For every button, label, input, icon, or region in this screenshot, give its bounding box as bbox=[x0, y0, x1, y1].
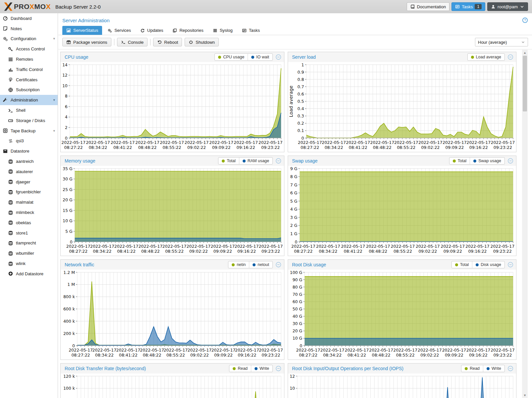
legend-item-cpu-usage[interactable]: CPU usage bbox=[215, 54, 248, 60]
tab-serverstatus[interactable]: ServerStatus bbox=[62, 26, 102, 35]
svg-text:20 G: 20 G bbox=[292, 328, 302, 333]
svg-text:08:41:22: 08:41:22 bbox=[113, 145, 132, 150]
scroll-up-arrow[interactable]: ▲ bbox=[522, 50, 528, 55]
legend-item-io-wait[interactable]: IO wait bbox=[248, 54, 272, 60]
chart-legend: Load average bbox=[467, 53, 505, 61]
shutdown-button[interactable]: Shutdown bbox=[185, 38, 219, 46]
gears-icon bbox=[107, 28, 112, 33]
sidebar-item-notes[interactable]: Notes bbox=[0, 24, 58, 34]
tab-label: Updates bbox=[147, 28, 163, 33]
collapse-minus-icon[interactable] bbox=[507, 262, 513, 268]
legend-item-load-average[interactable]: Load average bbox=[468, 54, 504, 60]
time-range-select[interactable]: Hour (average) bbox=[475, 38, 528, 46]
sidebar-item-fgruenbichler[interactable]: fgruenbichler bbox=[0, 187, 58, 197]
sidebar-item-mlimbeck[interactable]: mlimbeck bbox=[0, 207, 58, 218]
scroll-down-arrow[interactable]: ▼ bbox=[522, 392, 528, 398]
legend-item-ram-usage[interactable]: RAM usage bbox=[239, 158, 272, 164]
svg-text:08:55:22: 08:55:22 bbox=[165, 249, 184, 254]
svg-text:1: 1 bbox=[301, 62, 304, 67]
sidebar-item-wbumiller[interactable]: wbumiller bbox=[0, 248, 58, 258]
sidebar-item-dashboard[interactable]: Dashboard bbox=[0, 13, 58, 24]
legend-item-write[interactable]: Write bbox=[483, 365, 504, 372]
sidebar-item-store1[interactable]: store1 bbox=[0, 228, 58, 238]
sidebar-item-add-datastore[interactable]: Add Datastore bbox=[0, 269, 58, 279]
user-menu-button[interactable]: root@pam bbox=[487, 2, 528, 11]
reboot-button[interactable]: Reboot bbox=[153, 38, 182, 46]
documentation-button[interactable]: Documentation bbox=[407, 2, 449, 11]
sidebar-item-label: djaeger bbox=[16, 179, 30, 184]
sidebar-item-remotes[interactable]: Remotes bbox=[0, 54, 58, 64]
sidebar-item-alauterer[interactable]: alauterer bbox=[0, 166, 58, 177]
expander-arrow-icon[interactable]: ▾ bbox=[53, 98, 55, 102]
tasks-button[interactable]: Tasks 1 bbox=[451, 2, 485, 11]
console-button[interactable]: Console bbox=[117, 38, 148, 46]
legend-item-read[interactable]: Read bbox=[461, 365, 483, 372]
sidebar-item-aantreich[interactable]: aantreich bbox=[0, 156, 58, 166]
legend-item-netout[interactable]: netout bbox=[249, 261, 272, 268]
collapse-minus-icon[interactable] bbox=[507, 158, 513, 164]
collapse-minus-icon[interactable] bbox=[275, 262, 281, 268]
svg-text:08:55:22: 08:55:22 bbox=[163, 145, 181, 150]
svg-text:4 G: 4 G bbox=[290, 207, 298, 212]
collapse-minus-icon[interactable] bbox=[507, 365, 513, 371]
svg-text:2022-05-17: 2022-05-17 bbox=[185, 140, 209, 145]
collapse-minus-icon[interactable] bbox=[507, 54, 513, 60]
svg-text:2022-05-17: 2022-05-17 bbox=[393, 348, 417, 353]
svg-text:08:55:22: 08:55:22 bbox=[166, 353, 185, 358]
legend-item-swap-usage[interactable]: Swap usage bbox=[470, 158, 504, 164]
sidebar-item-certificates[interactable]: Certificates bbox=[0, 75, 58, 85]
svg-text:09:02:22: 09:02:22 bbox=[190, 353, 209, 358]
sidebar-item-access-control[interactable]: Access Control bbox=[0, 44, 58, 54]
scrollbar-thumb[interactable] bbox=[523, 56, 527, 111]
svg-text:600 k: 600 k bbox=[63, 306, 75, 311]
tab-syslog[interactable]: Syslog bbox=[209, 26, 237, 35]
sidebar-item-configuration[interactable]: Configuration▾ bbox=[0, 34, 58, 44]
sidebar-item-shell[interactable]: Shell bbox=[0, 105, 58, 115]
sidebar-item-tape-backup[interactable]: Tape Backup▾ bbox=[0, 126, 58, 136]
expander-arrow-icon[interactable]: ▾ bbox=[53, 36, 55, 41]
sidebar-item-malmalat[interactable]: malmalat bbox=[0, 197, 58, 207]
collapse-minus-icon[interactable] bbox=[275, 54, 281, 60]
sidebar-item-label: wlink bbox=[16, 261, 26, 266]
svg-text:100 G: 100 G bbox=[290, 270, 302, 275]
vertical-scrollbar[interactable]: ▲ ▼ bbox=[522, 50, 528, 398]
svg-text:2022-05-17: 2022-05-17 bbox=[66, 244, 90, 249]
sidebar-item-label: Subscription bbox=[16, 87, 40, 92]
legend-item-read[interactable]: Read bbox=[229, 365, 251, 372]
svg-text:2022-05-17: 2022-05-17 bbox=[259, 140, 283, 145]
sidebar-item-djaeger[interactable]: djaeger bbox=[0, 177, 58, 187]
chevron-down-icon bbox=[520, 4, 524, 9]
tab-updates[interactable]: Updates bbox=[136, 26, 167, 35]
tab-repositories[interactable]: Repositories bbox=[168, 26, 207, 35]
tab-services[interactable]: Services bbox=[103, 26, 135, 35]
help-icon[interactable]: ? bbox=[522, 17, 528, 23]
legend-item-total[interactable]: Total bbox=[452, 261, 472, 268]
svg-text:09:23:22: 09:23:22 bbox=[494, 145, 512, 150]
collapse-minus-icon[interactable] bbox=[275, 365, 281, 371]
sidebar-item-tlamprecht[interactable]: tlamprecht bbox=[0, 238, 58, 248]
tab-tasks[interactable]: Tasks bbox=[238, 26, 264, 35]
sidebar-item-datastore[interactable]: Datastore bbox=[0, 146, 58, 156]
sidebar-item-obektas[interactable]: obektas bbox=[0, 218, 58, 228]
svg-text:09:02:22: 09:02:22 bbox=[189, 249, 208, 254]
sidebar-item-traffic-control[interactable]: Traffic Control bbox=[0, 64, 58, 75]
sidebar-item-qsl3[interactable]: qsl3 bbox=[0, 136, 58, 146]
sidebar-item-subscription[interactable]: Subscription bbox=[0, 85, 58, 95]
collapse-minus-icon[interactable] bbox=[275, 158, 281, 164]
chart-legend: ReadWrite bbox=[461, 365, 505, 372]
legend-item-total[interactable]: Total bbox=[449, 158, 470, 164]
legend-item-disk-usage[interactable]: Disk usage bbox=[472, 261, 504, 268]
expander-arrow-icon[interactable]: ▾ bbox=[53, 129, 55, 133]
sidebar-item-administration[interactable]: Administration▾ bbox=[0, 95, 58, 105]
package-versions-button[interactable]: Package versions bbox=[62, 38, 111, 46]
legend-item-total[interactable]: Total bbox=[218, 158, 239, 164]
legend-item-write[interactable]: Write bbox=[251, 365, 272, 372]
book-icon bbox=[410, 4, 415, 9]
tab-label: Repositories bbox=[179, 28, 203, 33]
svg-text:2022-05-17: 2022-05-17 bbox=[345, 348, 369, 353]
sidebar-item-storage-disks[interactable]: Storage / Disks bbox=[0, 115, 58, 126]
legend-item-netin[interactable]: netin bbox=[228, 261, 249, 268]
svg-text:2022-05-17: 2022-05-17 bbox=[187, 244, 211, 249]
sidebar-item-wlink[interactable]: wlink bbox=[0, 258, 58, 269]
svg-text:2022-05-17: 2022-05-17 bbox=[160, 140, 184, 145]
